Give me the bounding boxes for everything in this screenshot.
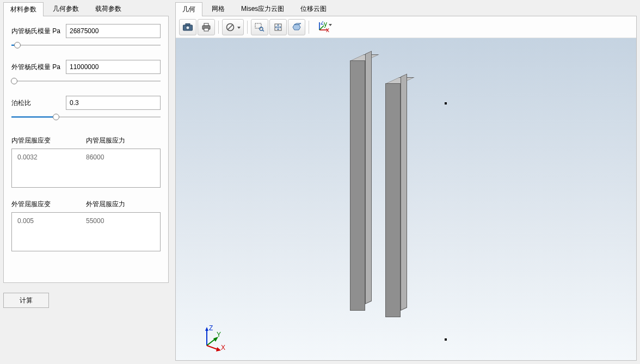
inner-yield-box[interactable]: 0.0032 86000	[11, 149, 161, 188]
fit-view-icon	[274, 23, 282, 32]
axis-triad: Z Y X	[200, 325, 222, 347]
outer-youngs-label: 外管杨氏模量 Pa	[11, 63, 66, 72]
svg-text:y: y	[324, 21, 327, 28]
left-tab-strip: 材料参数 几何参数 载荷参数	[3, 3, 169, 16]
svg-rect-5	[204, 28, 208, 31]
toolbar-separator	[309, 21, 309, 34]
inner-yield-stress-label: 内管屈服应力	[86, 136, 161, 145]
toolbar-separator	[247, 21, 248, 34]
hide-entities-dropdown[interactable]	[222, 19, 244, 35]
svg-line-7	[228, 24, 233, 29]
outer-youngs-slider[interactable]	[11, 76, 161, 86]
zoom-region-icon	[255, 23, 264, 32]
zoom-region-button[interactable]	[251, 19, 268, 35]
tab-load-params[interactable]: 载荷参数	[88, 2, 128, 16]
viewport-marker	[445, 102, 447, 104]
outer-yield-box[interactable]: 0.005 55000	[11, 212, 161, 251]
viewer-toolbar: zxy	[176, 16, 636, 38]
rotate-view-button[interactable]	[288, 19, 305, 35]
svg-text:X: X	[221, 344, 225, 351]
outer-yield-strain-label: 外管屈服应变	[11, 200, 86, 209]
print-button[interactable]	[198, 19, 215, 35]
tab-displacement[interactable]: 位移云图	[293, 2, 334, 16]
compute-button[interactable]: 计算	[3, 293, 49, 308]
axis-orientation-dropdown[interactable]: zxy	[312, 19, 333, 35]
print-icon	[201, 23, 211, 32]
outer-yield-strain-value: 0.005	[17, 217, 86, 225]
svg-text:Z: Z	[209, 325, 213, 332]
svg-line-10	[262, 30, 264, 31]
tab-material-params[interactable]: 材料参数	[3, 2, 44, 16]
screenshot-button[interactable]	[179, 19, 196, 35]
tab-mesh[interactable]: 网格	[205, 2, 232, 16]
left-tab-content: 内管杨氏模量 Pa 外管杨氏模量 Pa 泊松比	[3, 16, 169, 283]
axis-triad-icon: zxy	[316, 21, 329, 33]
svg-marker-13	[294, 23, 301, 24]
svg-marker-21	[205, 327, 208, 331]
inner-youngs-label: 内管杨氏模量 Pa	[11, 27, 66, 36]
3d-viewport[interactable]: Z Y X	[176, 38, 636, 360]
viewport-marker	[445, 338, 447, 341]
svg-rect-1	[186, 23, 190, 25]
svg-marker-27	[216, 347, 221, 351]
inner-youngs-input[interactable]	[66, 24, 161, 38]
toolbar-separator	[218, 21, 219, 34]
inner-yield-strain-label: 内管屈服应变	[11, 136, 86, 145]
poisson-slider[interactable]	[11, 112, 161, 122]
outer-youngs-input[interactable]	[66, 60, 161, 74]
camera-icon	[183, 23, 193, 31]
rotate-view-icon	[292, 23, 301, 32]
svg-marker-12	[293, 24, 300, 30]
svg-rect-4	[204, 23, 208, 26]
svg-line-16	[319, 26, 324, 30]
right-tab-strip: 几何 网格 Mises应力云图 位移云图	[175, 3, 637, 16]
poisson-input[interactable]	[66, 96, 161, 110]
tab-geometry-params[interactable]: 几何参数	[46, 2, 86, 16]
no-entry-icon	[226, 23, 235, 32]
outer-yield-stress-value: 55000	[86, 217, 155, 225]
inner-yield-stress-value: 86000	[86, 153, 155, 161]
inner-yield-strain-value: 0.0032	[17, 153, 86, 161]
inner-youngs-slider[interactable]	[11, 40, 161, 50]
fit-view-button[interactable]	[269, 19, 287, 35]
poisson-label: 泊松比	[11, 98, 66, 108]
viewer-area: zxy	[175, 16, 637, 361]
tab-geometry[interactable]: 几何	[175, 2, 202, 16]
svg-point-2	[186, 26, 189, 29]
tab-mises-stress[interactable]: Mises应力云图	[234, 2, 291, 16]
outer-yield-stress-label: 外管屈服应力	[86, 200, 161, 209]
svg-text:Y: Y	[217, 331, 221, 338]
